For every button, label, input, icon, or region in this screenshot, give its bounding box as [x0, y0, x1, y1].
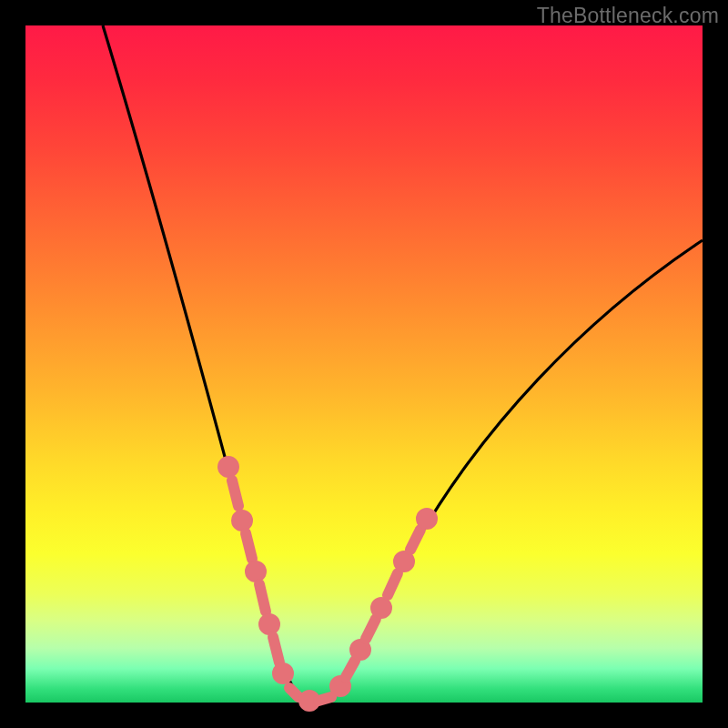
dotted-overlay-left: [223, 461, 288, 679]
svg-line-15: [366, 619, 376, 639]
svg-point-14: [355, 644, 366, 655]
svg-point-18: [399, 556, 410, 567]
svg-point-2: [237, 515, 248, 526]
watermark-text: TheBottleneck.com: [537, 4, 719, 28]
svg-line-19: [410, 530, 420, 550]
plot-area: [25, 25, 703, 703]
svg-point-20: [421, 513, 432, 524]
svg-point-0: [223, 461, 234, 472]
dotted-overlay-right: [335, 513, 432, 692]
svg-line-17: [388, 573, 398, 595]
svg-point-4: [250, 566, 261, 577]
svg-line-7: [273, 637, 279, 662]
dotted-overlay-floor: [289, 688, 331, 706]
svg-point-8: [278, 668, 288, 679]
svg-line-5: [259, 584, 266, 612]
svg-line-11: [318, 697, 331, 701]
svg-line-1: [232, 480, 238, 506]
bottleneck-curve: [103, 25, 703, 701]
svg-line-9: [289, 688, 298, 697]
curve-layer: [25, 25, 703, 703]
svg-line-13: [346, 661, 355, 677]
svg-point-16: [376, 602, 387, 613]
chart-frame: TheBottleneck.com: [0, 0, 728, 728]
svg-point-6: [264, 619, 275, 630]
svg-line-3: [246, 533, 252, 559]
svg-point-12: [335, 681, 346, 692]
